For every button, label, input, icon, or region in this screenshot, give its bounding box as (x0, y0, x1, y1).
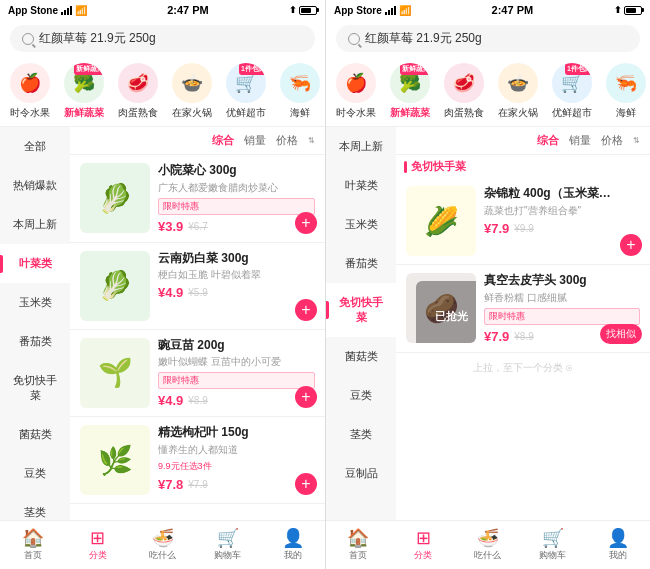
nav-category-2[interactable]: ⊞ 分类 (391, 521, 456, 569)
sidebar-corn[interactable]: 玉米类 (0, 283, 70, 322)
right-content-2: 综合 销量 价格 ⇅ 免切快手菜 🌽 杂锦粒 400g（玉米菜… 蔬菜也打"营养… (396, 127, 650, 520)
cart-icon-1: 🛒 (217, 529, 239, 547)
product-name-4: 精选枸杞叶 150g (158, 425, 315, 441)
sort-comprehensive-1[interactable]: 综合 (212, 133, 234, 148)
sidebar-tomato[interactable]: 番茄类 (0, 322, 70, 361)
nav-profile-2[interactable]: 👤 我的 (585, 521, 650, 569)
product-desc-3: 嫩叶似蝴蝶 豆苗中的小可爱 (158, 355, 315, 368)
cat-veg-label-1: 新鲜蔬菜 (64, 106, 104, 120)
promo-tag-2-2: 限时特惠 (484, 308, 640, 325)
time-2: 2:47 PM (492, 4, 534, 16)
sort-tabs-1: 综合 销量 价格⇅ (70, 127, 325, 155)
product-desc-2-2: 鲜香粉糯 口感细腻 (484, 291, 640, 304)
cat-fruit-2[interactable]: 🍎 时令水果 (334, 63, 378, 120)
sidebar-quickcut-2[interactable]: 免切快手菜 (326, 283, 396, 337)
sidebar-quickcut[interactable]: 免切快手菜 (0, 361, 70, 415)
product-info-3: 豌豆苗 200g 嫩叶似蝴蝶 豆苗中的小可爱 限时特惠 ¥4.9 ¥8.9 (158, 338, 315, 409)
product-img-4: 🌿 (80, 425, 150, 495)
sort-price-2[interactable]: 价格 (601, 133, 623, 148)
sidebar-mushroom-2[interactable]: 菌菇类 (326, 337, 396, 376)
sidebar-stem[interactable]: 茎类 (0, 493, 70, 520)
nav-home-2[interactable]: 🏠 首页 (326, 521, 391, 569)
nav-category-1[interactable]: ⊞ 分类 (65, 521, 130, 569)
main-area-2: 本周上新 叶菜类 玉米类 番茄类 免切快手菜 菌菇类 豆类 茎类 豆制品 综合 … (326, 127, 650, 520)
sidebar-tomato-2[interactable]: 番茄类 (326, 244, 396, 283)
price-new-2-1: ¥7.9 (484, 221, 509, 236)
sidebar-new[interactable]: 本周上新 (0, 205, 70, 244)
location-icon-2: ⬆ (614, 5, 622, 15)
cat-meat-label-1: 肉蛋熟食 (118, 106, 158, 120)
sidebar-bean[interactable]: 豆类 (0, 454, 70, 493)
product-name-1: 小院菜心 300g (158, 163, 315, 179)
product-item-1: 🥬 小院菜心 300g 广东人都爱嫩食腊肉炒菜心 限时特惠 ¥3.9 ¥6.7 … (70, 155, 325, 243)
cat-meat-2[interactable]: 🥩 肉蛋熟食 (442, 63, 486, 120)
status-bar-1: App Stone 📶 2:47 PM ⬆ (0, 0, 325, 20)
cat-hotpot-1[interactable]: 🍲 在家火锅 (170, 63, 214, 120)
price-new-3: ¥4.9 (158, 393, 183, 408)
product-item-4: 🌿 精选枸杞叶 150g 懂养生的人都知道 9.9元任选3件 ¥7.8 ¥7.9… (70, 417, 325, 504)
recipe-icon-2: 🍜 (477, 529, 499, 547)
search-icon-2 (348, 33, 360, 45)
nav-home-1[interactable]: 🏠 首页 (0, 521, 65, 569)
sidebar-stem-2[interactable]: 茎类 (326, 415, 396, 454)
sort-price-1[interactable]: 价格 (276, 133, 298, 148)
search-bar-2[interactable]: 红颜草莓 21.9元 250g (326, 20, 650, 57)
cart-icon-2: 🛒 (542, 529, 564, 547)
sidebar-mushroom[interactable]: 菌菇类 (0, 415, 70, 454)
nav-profile-label-1: 我的 (284, 549, 302, 562)
cat-hotpot-2[interactable]: 🍲 在家火锅 (496, 63, 540, 120)
product-item-2-2: 🥔 已抢光 真空去皮芋头 300g 鲜香粉糯 口感细腻 限时特惠 ¥7.9 ¥8… (396, 265, 650, 353)
add-btn-1[interactable]: + (295, 212, 317, 234)
sidebar-tofu-2[interactable]: 豆制品 (326, 454, 396, 493)
sidebar-new-2[interactable]: 本周上新 (326, 127, 396, 166)
cat-super-1[interactable]: 🛒 1件包邮 优鲜超市 (224, 63, 268, 120)
add-btn-2-1[interactable]: + (620, 234, 642, 256)
category-scroll-1: 🍎 时令水果 🥦 新鲜蔬菜 新鲜蔬菜 🥩 肉蛋熟食 🍲 在家火锅 🛒 (0, 57, 325, 127)
nav-cart-2[interactable]: 🛒 购物车 (520, 521, 585, 569)
search-bar-1[interactable]: 红颜草莓 21.9元 250g (0, 20, 325, 57)
category-icon-1: ⊞ (90, 529, 105, 547)
product-img-3: 🌱 (80, 338, 150, 408)
nav-home-label-2: 首页 (349, 549, 367, 562)
nav-profile-1[interactable]: 👤 我的 (260, 521, 325, 569)
nav-profile-label-2: 我的 (609, 549, 627, 562)
cat-sea-2[interactable]: 🦐 海鲜 (604, 63, 648, 120)
section-label-2: 免切快手菜 (396, 155, 650, 178)
cat-sea-label-1: 海鲜 (290, 106, 310, 120)
sort-comprehensive-2[interactable]: 综合 (537, 133, 559, 148)
cat-veg-2[interactable]: 🥦 新鲜蔬菜 新鲜蔬菜 (388, 63, 432, 120)
sidebar-bean-2[interactable]: 豆类 (326, 376, 396, 415)
product-desc-4: 懂养生的人都知道 (158, 443, 315, 456)
cat-meat-1[interactable]: 🥩 肉蛋熟食 (116, 63, 160, 120)
sort-sales-2[interactable]: 销量 (569, 133, 591, 148)
product-list-1: 🥬 小院菜心 300g 广东人都爱嫩食腊肉炒菜心 限时特惠 ¥3.9 ¥6.7 … (70, 155, 325, 520)
sidebar-leafveg-2[interactable]: 叶菜类 (326, 166, 396, 205)
price-new-4: ¥7.8 (158, 477, 183, 492)
cat-veg-1[interactable]: 🥦 新鲜蔬菜 新鲜蔬菜 (62, 63, 106, 120)
app-store-label-2: App Store (334, 5, 382, 16)
price-old-2-1: ¥9.9 (514, 223, 533, 234)
product-list-2: 免切快手菜 🌽 杂锦粒 400g（玉米菜… 蔬菜也打"营养组合拳" ¥7.9 ¥… (396, 155, 650, 520)
sidebar-leafveg[interactable]: 叶菜类 (0, 244, 70, 283)
cat-fruit-1[interactable]: 🍎 时令水果 (8, 63, 52, 120)
nav-recipe-1[interactable]: 🍜 吃什么 (130, 521, 195, 569)
price-row-2-1: ¥7.9 ¥9.9 (484, 221, 640, 236)
sort-sales-1[interactable]: 销量 (244, 133, 266, 148)
cat-sea-1[interactable]: 🦐 海鲜 (278, 63, 322, 120)
nav-cart-1[interactable]: 🛒 购物车 (195, 521, 260, 569)
cat-fruit-label-1: 时令水果 (10, 106, 50, 120)
status-right-2: ⬆ (614, 5, 642, 15)
similar-btn[interactable]: 找相似 (600, 324, 642, 344)
cat-fruit-label-2: 时令水果 (336, 106, 376, 120)
sidebar-hot[interactable]: 热销爆款 (0, 166, 70, 205)
search-icon-1 (22, 33, 34, 45)
product-img-1: 🥬 (80, 163, 150, 233)
price-row-3: ¥4.9 ¥8.9 (158, 393, 315, 408)
product-item-2: 🥬 云南奶白菜 300g 梗白如玉脆 叶碧似着翠 ¥4.9 ¥5.9 + (70, 243, 325, 330)
add-btn-2[interactable]: + (295, 299, 317, 321)
sidebar-all[interactable]: 全部 (0, 127, 70, 166)
product-info-1: 小院菜心 300g 广东人都爱嫩食腊肉炒菜心 限时特惠 ¥3.9 ¥6.7 (158, 163, 315, 234)
sidebar-corn-2[interactable]: 玉米类 (326, 205, 396, 244)
cat-super-2[interactable]: 🛒 1件包邮 优鲜超市 (550, 63, 594, 120)
nav-recipe-2[interactable]: 🍜 吃什么 (456, 521, 521, 569)
